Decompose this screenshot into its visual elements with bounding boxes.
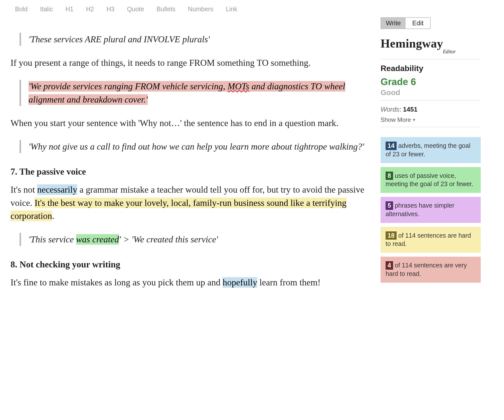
- formatting-toolbar: Bold Italic H1 H2 H3 Quote Bullets Numbe…: [0, 0, 504, 17]
- stats-list: 14 adverbs, meeting the goal of 23 or fe…: [381, 137, 481, 283]
- stat-text: of 114 sentences are very hard to read.: [386, 262, 467, 277]
- section-heading[interactable]: 8. Not checking your writing: [11, 258, 366, 271]
- passive-voice-highlight[interactable]: was created: [76, 234, 119, 245]
- sidebar: Write Edit Hemingway Editor Readability …: [381, 17, 481, 303]
- word-count: Words: 1451: [381, 106, 481, 113]
- quote-block[interactable]: 'We provide services ranging FROM vehicl…: [20, 80, 366, 106]
- text: ' > 'We created this service': [119, 234, 218, 244]
- paragraph[interactable]: When you start your sentence with 'Why n…: [11, 117, 366, 130]
- numbers-button[interactable]: Numbers: [188, 6, 213, 13]
- readability-heading: Readability: [381, 64, 481, 73]
- h1-button[interactable]: H1: [65, 6, 73, 13]
- hard-sentence-highlight[interactable]: It's the best way to make your lovely, l…: [11, 198, 347, 221]
- stat-passive[interactable]: 8 uses of passive voice, meeting the goa…: [381, 167, 481, 193]
- very-hard-sentence-highlight[interactable]: 'We provide services ranging FROM vehicl…: [29, 81, 345, 105]
- stat-very-hard[interactable]: 4 of 114 sentences are very hard to read…: [381, 257, 481, 283]
- divider: [381, 59, 481, 59]
- stat-count-badge: 8: [386, 172, 393, 180]
- quote-button[interactable]: Quote: [127, 6, 144, 13]
- stat-count-badge: 18: [386, 231, 397, 240]
- text: learn from them!: [257, 277, 320, 287]
- stat-text: of 114 sentences are hard to read.: [386, 232, 471, 247]
- paragraph[interactable]: It's not necessarily a grammar mistake a…: [11, 183, 366, 222]
- section-heading[interactable]: 7. The passive voice: [11, 165, 366, 178]
- readability-grade: Grade 6: [381, 77, 481, 87]
- paragraph[interactable]: It's fine to make mistakes as long as yo…: [11, 276, 366, 289]
- mode-tabs: Write Edit: [381, 17, 431, 29]
- text: 'This service: [29, 234, 76, 244]
- stat-adverbs[interactable]: 14 adverbs, meeting the goal of 23 or fe…: [381, 137, 481, 163]
- text: .: [52, 211, 54, 221]
- spelling-error[interactable]: MOTs: [228, 81, 249, 91]
- readability-rating: Good: [381, 88, 481, 97]
- h2-button[interactable]: H2: [86, 6, 94, 13]
- bold-button[interactable]: Bold: [15, 6, 28, 13]
- word-count-label: Words: [381, 106, 399, 113]
- adverb-highlight[interactable]: hopefully: [223, 277, 257, 288]
- italic-button[interactable]: Italic: [40, 6, 53, 13]
- stat-text: phrases have simpler alternatives.: [386, 202, 454, 217]
- divider: [381, 100, 481, 101]
- quote-block[interactable]: 'This service was created' > 'We created…: [20, 233, 366, 246]
- h3-button[interactable]: H3: [106, 6, 114, 13]
- bullets-button[interactable]: Bullets: [156, 6, 175, 13]
- paragraph[interactable]: If you present a range of things, it nee…: [11, 56, 366, 69]
- divider: [381, 127, 481, 127]
- quote-block[interactable]: 'Why not give us a call to find out how …: [20, 140, 366, 153]
- tab-edit[interactable]: Edit: [406, 18, 430, 29]
- editor-area[interactable]: 'These services ARE plural and INVOLVE p…: [0, 17, 381, 303]
- stat-count-badge: 14: [386, 142, 397, 150]
- tab-write[interactable]: Write: [381, 18, 406, 29]
- link-button[interactable]: Link: [226, 6, 237, 13]
- text: It's fine to make mistakes as long as yo…: [11, 277, 223, 287]
- stat-count-badge: 4: [386, 261, 393, 270]
- show-more-toggle[interactable]: Show More: [381, 116, 481, 123]
- stat-simpler[interactable]: 5 phrases have simpler alternatives.: [381, 197, 481, 223]
- stat-hard[interactable]: 18 of 114 sentences are hard to read.: [381, 227, 481, 253]
- stat-count-badge: 5: [386, 201, 393, 210]
- text: 'We provide services ranging FROM vehicl…: [29, 81, 228, 91]
- stat-text: adverbs, meeting the goal of 23 or fewer…: [386, 142, 470, 158]
- text: It's not: [11, 185, 37, 195]
- word-count-value: 1451: [403, 106, 418, 113]
- quote-block[interactable]: 'These services ARE plural and INVOLVE p…: [20, 33, 366, 46]
- app-logo-text: Hemingway: [381, 37, 481, 50]
- adverb-highlight[interactable]: necessarily: [37, 184, 77, 195]
- stat-text: uses of passive voice, meeting the goal …: [386, 172, 473, 188]
